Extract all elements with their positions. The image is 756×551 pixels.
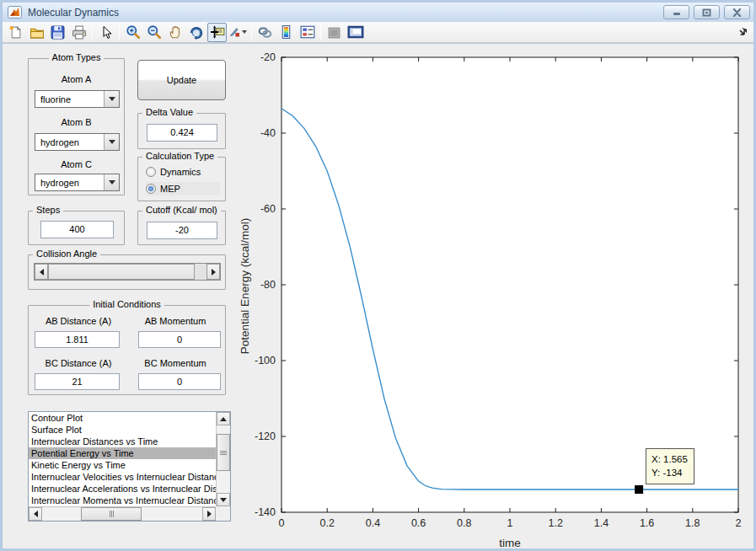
open-file-button[interactable] xyxy=(27,23,46,42)
delta-value-label: Delta Value xyxy=(142,107,196,117)
plot-panel: 00.20.40.60.811.21.41.61.82-140-120-100-… xyxy=(236,47,753,549)
close-button[interactable] xyxy=(724,5,750,19)
steps-field[interactable]: 400 xyxy=(40,221,114,238)
list-item[interactable]: Internuclear Velocities vs Internuclear … xyxy=(29,471,216,483)
pan-button[interactable] xyxy=(165,23,185,42)
y-tick-label: -20 xyxy=(260,51,276,63)
update-button[interactable]: Update xyxy=(137,60,226,100)
atom-c-select[interactable]: hydrogen xyxy=(35,174,120,191)
zoom-out-icon xyxy=(147,24,162,40)
plot-type-listbox[interactable]: Contour PlotSurface PlotInternuclear Dis… xyxy=(28,411,231,522)
hide-plot-tools-icon xyxy=(327,25,341,40)
rotate-3d-icon xyxy=(189,24,204,40)
list-item[interactable]: Internuclear Accelerations vs Internucle… xyxy=(29,483,216,495)
slider-right-arrow[interactable] xyxy=(206,264,220,280)
hide-plot-tools-button[interactable] xyxy=(324,23,344,42)
printer-icon xyxy=(72,25,87,40)
figure-toolbar xyxy=(3,22,753,43)
save-figure-button[interactable] xyxy=(48,23,67,42)
restore-icon xyxy=(702,8,711,17)
scroll-down-button[interactable] xyxy=(217,493,230,506)
atom-b-select[interactable]: hydrogen xyxy=(35,133,120,151)
y-axis-label: Potential Energy (kcal/mol) xyxy=(239,173,251,400)
ab-momentum-field[interactable]: 0 xyxy=(138,331,221,348)
slider-thumb[interactable] xyxy=(48,264,195,280)
toolbar-separator xyxy=(119,24,120,40)
insert-legend-button[interactable] xyxy=(298,23,317,42)
vertical-scroll-thumb[interactable] xyxy=(217,434,230,471)
list-item[interactable]: Contour Plot xyxy=(29,412,216,424)
x-tick-label: 0.2 xyxy=(320,517,335,529)
radio-dynamics[interactable]: Dynamics xyxy=(146,165,220,179)
toolbar-overflow-icon[interactable] xyxy=(739,27,748,36)
ab-distance-field[interactable]: 1.811 xyxy=(35,331,120,348)
chevron-down-icon[interactable] xyxy=(104,174,119,190)
data-tip-marker[interactable] xyxy=(635,485,643,494)
slider-left-arrow[interactable] xyxy=(35,264,48,280)
zoom-out-button[interactable] xyxy=(144,23,164,42)
x-tick-label: 1.2 xyxy=(549,517,563,529)
cutoff-label: Cutoff (Kcal/ mol) xyxy=(142,205,221,215)
list-item[interactable]: Potential Energy vs Time xyxy=(29,447,216,459)
brush-button[interactable] xyxy=(228,23,248,42)
chevron-down-icon[interactable] xyxy=(104,134,119,150)
steps-group: Steps 400 xyxy=(28,211,125,245)
toolbar-separator xyxy=(92,24,93,40)
scroll-left-button[interactable] xyxy=(29,507,42,521)
scroll-right-button[interactable] xyxy=(202,507,216,521)
x-tick-label: 2 xyxy=(736,517,742,529)
atom-b-value: hydrogen xyxy=(35,137,104,147)
print-figure-button[interactable] xyxy=(69,23,88,42)
pointer-button[interactable] xyxy=(96,23,115,42)
bc-momentum-field[interactable]: 0 xyxy=(138,373,221,390)
list-item[interactable]: Kinetic Energy vs Time xyxy=(29,459,216,471)
radio-checked-icon xyxy=(146,184,156,194)
scroll-up-button[interactable] xyxy=(217,412,230,425)
delta-value-field[interactable]: 0.424 xyxy=(147,124,217,142)
radio-mep-label: MEP xyxy=(160,184,180,194)
ab-distance-label: AB Distance (A) xyxy=(29,316,128,326)
restore-button[interactable] xyxy=(694,5,720,19)
bc-distance-label: BC Distance (A) xyxy=(29,358,128,368)
data-tip-x: X: 1.565 xyxy=(651,452,694,466)
show-plot-tools-button[interactable] xyxy=(346,23,365,42)
data-cursor-button[interactable] xyxy=(207,23,227,42)
new-document-icon xyxy=(8,25,23,40)
list-item[interactable]: Internuclear Momenta vs Internuclear Dis… xyxy=(29,495,216,506)
atom-a-select[interactable]: fluorine xyxy=(35,90,120,108)
atom-a-value: fluorine xyxy=(35,94,104,104)
atom-c-value: hydrogen xyxy=(35,178,104,188)
collision-angle-label: Collision Angle xyxy=(33,249,100,259)
brush-dropdown-caret-icon[interactable] xyxy=(242,30,247,34)
vertical-scrollbar[interactable] xyxy=(216,412,230,506)
chevron-down-icon[interactable] xyxy=(104,91,119,107)
axes-box xyxy=(281,57,738,512)
x-tick-label: 0 xyxy=(279,517,285,529)
bc-distance-field[interactable]: 21 xyxy=(35,373,120,390)
radio-dynamics-label: Dynamics xyxy=(160,167,201,177)
data-tip[interactable]: X: 1.565 Y: -134 xyxy=(646,448,694,484)
insert-colorbar-button[interactable] xyxy=(276,23,296,42)
new-figure-button[interactable] xyxy=(6,23,25,42)
cutoff-field[interactable]: -20 xyxy=(147,222,217,239)
x-tick-label: 0.4 xyxy=(366,517,380,529)
pan-hand-icon xyxy=(168,24,183,40)
app-window: Molecular Dynamics xyxy=(0,0,756,551)
horizontal-scrollbar[interactable] xyxy=(29,506,216,521)
title-bar[interactable]: Molecular Dynamics xyxy=(3,3,753,22)
x-tick-label: 1.8 xyxy=(685,517,700,529)
collision-angle-slider[interactable] xyxy=(34,263,221,281)
horizontal-scroll-thumb[interactable] xyxy=(81,507,142,521)
radio-mep[interactable]: MEP xyxy=(146,182,220,195)
list-item[interactable]: Internuclear Distances vs Time xyxy=(29,436,216,447)
calculation-type-group: Calculation Type Dynamics MEP xyxy=(137,157,226,201)
rotate-3d-button[interactable] xyxy=(186,23,206,42)
initial-conditions-label: Initial Conditions xyxy=(89,299,164,309)
brush-icon xyxy=(229,24,240,40)
y-tick-label: -80 xyxy=(260,279,276,291)
link-chain-icon xyxy=(257,24,273,40)
minimize-button[interactable] xyxy=(663,5,689,19)
link-plot-button[interactable] xyxy=(255,23,275,42)
zoom-in-button[interactable] xyxy=(123,23,142,42)
list-item[interactable]: Surface Plot xyxy=(29,424,216,436)
